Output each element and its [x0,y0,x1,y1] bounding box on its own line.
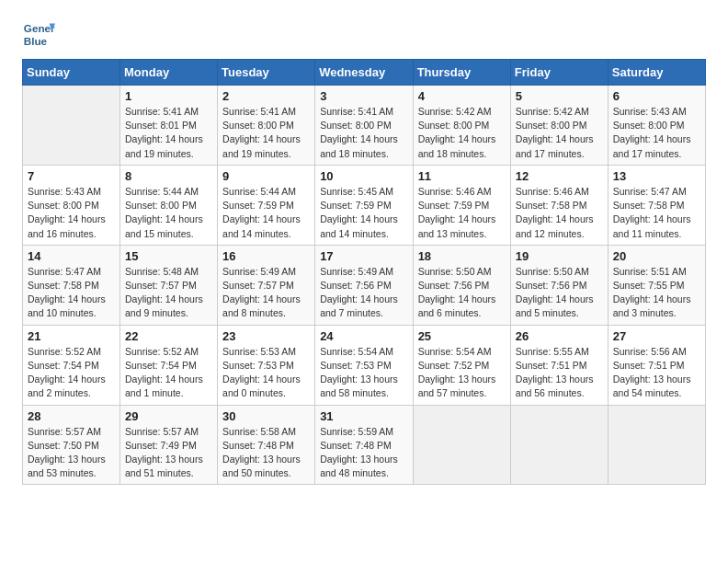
calendar-cell: 30Sunrise: 5:58 AM Sunset: 7:48 PM Dayli… [218,405,315,485]
calendar-cell: 11Sunrise: 5:46 AM Sunset: 7:59 PM Dayli… [413,165,510,245]
day-info: Sunrise: 5:45 AM Sunset: 7:59 PM Dayligh… [320,185,407,241]
calendar-cell: 23Sunrise: 5:53 AM Sunset: 7:53 PM Dayli… [218,325,315,405]
calendar-header-thursday: Thursday [413,60,510,86]
day-number: 20 [613,249,700,263]
day-number: 25 [418,329,506,343]
calendar-header-friday: Friday [510,60,608,86]
calendar-cell: 27Sunrise: 5:56 AM Sunset: 7:51 PM Dayli… [608,325,705,405]
day-number: 12 [516,169,603,183]
day-info: Sunrise: 5:41 AM Sunset: 8:01 PM Dayligh… [125,105,212,161]
calendar-week-row: 21Sunrise: 5:52 AM Sunset: 7:54 PM Dayli… [23,325,706,405]
svg-text:Blue: Blue [24,35,48,47]
calendar-cell: 1Sunrise: 5:41 AM Sunset: 8:01 PM Daylig… [120,86,218,166]
day-info: Sunrise: 5:43 AM Sunset: 8:00 PM Dayligh… [28,185,115,241]
calendar-cell: 2Sunrise: 5:41 AM Sunset: 8:00 PM Daylig… [218,86,315,166]
day-info: Sunrise: 5:49 AM Sunset: 7:57 PM Dayligh… [222,265,310,321]
calendar-cell: 12Sunrise: 5:46 AM Sunset: 7:58 PM Dayli… [510,165,608,245]
day-info: Sunrise: 5:46 AM Sunset: 7:58 PM Dayligh… [516,185,603,241]
day-info: Sunrise: 5:55 AM Sunset: 7:51 PM Dayligh… [516,345,603,401]
day-number: 28 [28,409,115,423]
header: GeneralBlue [22,18,706,52]
day-number: 13 [613,169,700,183]
calendar-cell: 26Sunrise: 5:55 AM Sunset: 7:51 PM Dayli… [510,325,608,405]
calendar-cell: 4Sunrise: 5:42 AM Sunset: 8:00 PM Daylig… [413,86,510,166]
day-info: Sunrise: 5:57 AM Sunset: 7:50 PM Dayligh… [28,425,115,481]
day-number: 4 [418,89,506,103]
day-info: Sunrise: 5:54 AM Sunset: 7:52 PM Dayligh… [418,345,506,401]
calendar-cell [23,86,120,166]
day-number: 24 [320,329,407,343]
day-info: Sunrise: 5:41 AM Sunset: 8:00 PM Dayligh… [222,105,310,161]
calendar-header-saturday: Saturday [608,60,705,86]
day-info: Sunrise: 5:50 AM Sunset: 7:56 PM Dayligh… [516,265,603,321]
day-info: Sunrise: 5:56 AM Sunset: 7:51 PM Dayligh… [613,345,700,401]
day-info: Sunrise: 5:42 AM Sunset: 8:00 PM Dayligh… [516,105,603,161]
day-info: Sunrise: 5:49 AM Sunset: 7:56 PM Dayligh… [320,265,407,321]
calendar-cell: 14Sunrise: 5:47 AM Sunset: 7:58 PM Dayli… [23,245,120,325]
day-number: 11 [418,169,506,183]
day-number: 30 [222,409,310,423]
calendar-week-row: 28Sunrise: 5:57 AM Sunset: 7:50 PM Dayli… [23,405,706,485]
calendar-cell: 5Sunrise: 5:42 AM Sunset: 8:00 PM Daylig… [510,86,608,166]
day-number: 8 [125,169,212,183]
day-info: Sunrise: 5:44 AM Sunset: 7:59 PM Dayligh… [222,185,310,241]
day-info: Sunrise: 5:46 AM Sunset: 7:59 PM Dayligh… [418,185,506,241]
day-number: 15 [125,249,212,263]
day-number: 3 [320,89,407,103]
day-number: 18 [418,249,506,263]
day-number: 22 [125,329,212,343]
day-info: Sunrise: 5:52 AM Sunset: 7:54 PM Dayligh… [28,345,115,401]
day-number: 9 [222,169,310,183]
day-info: Sunrise: 5:52 AM Sunset: 7:54 PM Dayligh… [125,345,212,401]
day-info: Sunrise: 5:54 AM Sunset: 7:53 PM Dayligh… [320,345,407,401]
day-number: 31 [320,409,407,423]
day-number: 16 [222,249,310,263]
day-info: Sunrise: 5:48 AM Sunset: 7:57 PM Dayligh… [125,265,212,321]
day-info: Sunrise: 5:43 AM Sunset: 8:00 PM Dayligh… [613,105,700,161]
day-number: 27 [613,329,700,343]
calendar-cell: 8Sunrise: 5:44 AM Sunset: 8:00 PM Daylig… [120,165,218,245]
day-number: 10 [320,169,407,183]
day-info: Sunrise: 5:59 AM Sunset: 7:48 PM Dayligh… [320,425,407,481]
day-number: 7 [28,169,115,183]
calendar-cell: 15Sunrise: 5:48 AM Sunset: 7:57 PM Dayli… [120,245,218,325]
day-info: Sunrise: 5:57 AM Sunset: 7:49 PM Dayligh… [125,425,212,481]
calendar-header-monday: Monday [120,60,218,86]
calendar-cell: 7Sunrise: 5:43 AM Sunset: 8:00 PM Daylig… [23,165,120,245]
calendar-week-row: 14Sunrise: 5:47 AM Sunset: 7:58 PM Dayli… [23,245,706,325]
day-info: Sunrise: 5:47 AM Sunset: 7:58 PM Dayligh… [28,265,115,321]
calendar-cell [510,405,608,485]
calendar-cell: 13Sunrise: 5:47 AM Sunset: 7:58 PM Dayli… [608,165,705,245]
calendar-cell: 19Sunrise: 5:50 AM Sunset: 7:56 PM Dayli… [510,245,608,325]
day-number: 26 [516,329,603,343]
day-info: Sunrise: 5:44 AM Sunset: 8:00 PM Dayligh… [125,185,212,241]
day-number: 5 [516,89,603,103]
day-number: 29 [125,409,212,423]
day-number: 23 [222,329,310,343]
calendar-cell: 28Sunrise: 5:57 AM Sunset: 7:50 PM Dayli… [23,405,120,485]
day-info: Sunrise: 5:50 AM Sunset: 7:56 PM Dayligh… [418,265,506,321]
day-number: 21 [28,329,115,343]
calendar-cell: 10Sunrise: 5:45 AM Sunset: 7:59 PM Dayli… [315,165,413,245]
logo: GeneralBlue [22,18,59,52]
calendar-cell [413,405,510,485]
calendar-cell: 9Sunrise: 5:44 AM Sunset: 7:59 PM Daylig… [218,165,315,245]
calendar-cell: 29Sunrise: 5:57 AM Sunset: 7:49 PM Dayli… [120,405,218,485]
day-info: Sunrise: 5:51 AM Sunset: 7:55 PM Dayligh… [613,265,700,321]
day-number: 2 [222,89,310,103]
calendar-cell [608,405,705,485]
calendar-cell: 22Sunrise: 5:52 AM Sunset: 7:54 PM Dayli… [120,325,218,405]
calendar-cell: 24Sunrise: 5:54 AM Sunset: 7:53 PM Dayli… [315,325,413,405]
calendar-cell: 18Sunrise: 5:50 AM Sunset: 7:56 PM Dayli… [413,245,510,325]
calendar-cell: 17Sunrise: 5:49 AM Sunset: 7:56 PM Dayli… [315,245,413,325]
day-number: 17 [320,249,407,263]
calendar-table: SundayMondayTuesdayWednesdayThursdayFrid… [22,59,706,485]
calendar-cell: 25Sunrise: 5:54 AM Sunset: 7:52 PM Dayli… [413,325,510,405]
calendar-header-sunday: Sunday [23,60,120,86]
calendar-cell: 6Sunrise: 5:43 AM Sunset: 8:00 PM Daylig… [608,86,705,166]
day-info: Sunrise: 5:58 AM Sunset: 7:48 PM Dayligh… [222,425,310,481]
calendar-header-wednesday: Wednesday [315,60,413,86]
day-info: Sunrise: 5:47 AM Sunset: 7:58 PM Dayligh… [613,185,700,241]
calendar-header-tuesday: Tuesday [218,60,315,86]
day-number: 1 [125,89,212,103]
